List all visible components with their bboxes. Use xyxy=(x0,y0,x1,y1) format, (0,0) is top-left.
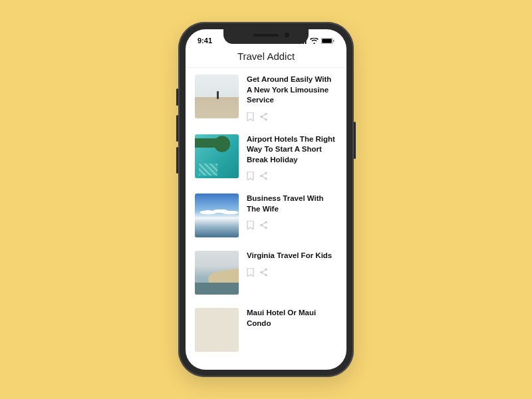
list-item[interactable]: Airport Hotels The Right Way To Start A … xyxy=(195,134,337,181)
article-title: Maui Hotel Or Maui Condo xyxy=(247,308,337,329)
list-item[interactable]: Maui Hotel Or Maui Condo xyxy=(195,308,337,352)
bookmark-icon[interactable] xyxy=(247,172,254,180)
article-thumbnail[interactable] xyxy=(195,251,239,295)
article-thumbnail[interactable] xyxy=(195,134,239,178)
share-icon[interactable] xyxy=(259,172,268,180)
phone-frame: 9:41 Travel Addict Get Around Easil xyxy=(178,22,354,377)
notch xyxy=(223,29,309,44)
article-title: Virginia Travel For Kids xyxy=(247,251,337,261)
svg-rect-5 xyxy=(322,39,332,43)
mute-switch xyxy=(176,88,178,106)
status-time: 9:41 xyxy=(198,37,212,45)
svg-rect-6 xyxy=(333,39,334,42)
bookmark-icon[interactable] xyxy=(247,221,254,229)
power-button xyxy=(354,122,356,159)
app-title: Travel Addict xyxy=(186,51,346,62)
bookmark-icon[interactable] xyxy=(247,268,254,277)
app-header: Travel Addict xyxy=(186,48,346,68)
article-title: Airport Hotels The Right Way To Start A … xyxy=(247,134,337,166)
bookmark-icon[interactable] xyxy=(247,112,254,121)
list-item[interactable]: Business Travel With The Wife xyxy=(195,194,337,237)
article-title: Get Around Easily With A New York Limous… xyxy=(247,74,337,106)
list-item[interactable]: Virginia Travel For Kids xyxy=(195,251,337,295)
article-thumbnail[interactable] xyxy=(195,194,239,237)
battery-icon xyxy=(321,38,334,44)
share-icon[interactable] xyxy=(259,268,268,277)
article-thumbnail[interactable] xyxy=(195,308,239,352)
share-icon[interactable] xyxy=(259,221,268,229)
share-icon[interactable] xyxy=(259,112,268,121)
list-item[interactable]: Get Around Easily With A New York Limous… xyxy=(195,74,337,121)
wifi-icon xyxy=(310,38,319,44)
article-title: Business Travel With The Wife xyxy=(247,194,337,214)
article-thumbnail[interactable] xyxy=(195,74,239,118)
screen: 9:41 Travel Addict Get Around Easil xyxy=(186,29,346,370)
volume-up-button xyxy=(176,115,178,142)
volume-down-button xyxy=(176,147,178,174)
article-list[interactable]: Get Around Easily With A New York Limous… xyxy=(186,68,346,368)
